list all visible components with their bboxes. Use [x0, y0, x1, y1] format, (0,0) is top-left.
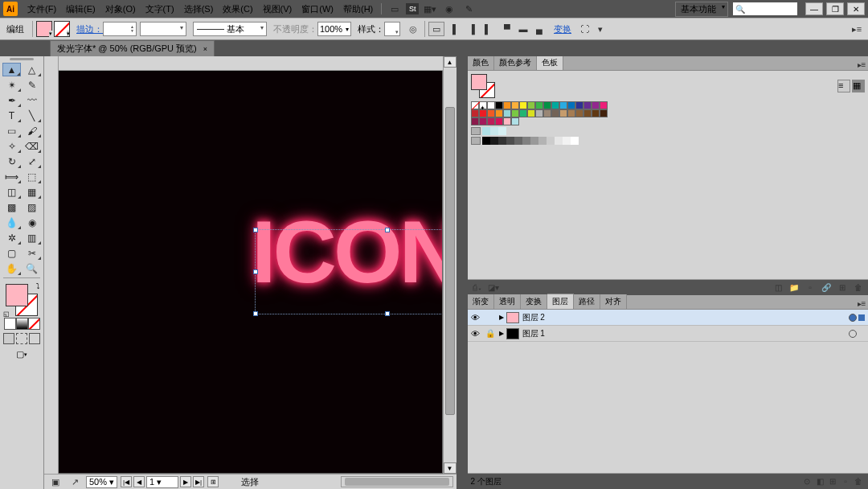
transform-link[interactable]: 变换: [554, 23, 571, 35]
panel-menu-icon[interactable]: ▸≡: [855, 59, 868, 70]
swatch-cell[interactable]: [551, 109, 559, 117]
swatch-cell[interactable]: [559, 101, 567, 109]
first-artboard-button[interactable]: |◀: [121, 476, 132, 487]
selection-bounding-box[interactable]: [255, 229, 443, 314]
lock-toggle-icon[interactable]: 🔒: [484, 329, 497, 338]
vertical-scrollbar[interactable]: ▲ ▼: [443, 56, 457, 474]
menu-file[interactable]: 文件(F): [23, 2, 61, 17]
feedback-icon[interactable]: ✎: [461, 2, 477, 15]
options-menu-icon[interactable]: ▸≡: [849, 22, 865, 36]
close-tab-icon[interactable]: ×: [203, 45, 207, 53]
swatch-cell[interactable]: [538, 137, 547, 145]
target-icon[interactable]: [849, 314, 857, 322]
folder-icon[interactable]: [471, 127, 481, 135]
resize-handle[interactable]: [253, 269, 258, 274]
swatch-cell[interactable]: [522, 137, 530, 145]
swatch-cell[interactable]: [575, 101, 583, 109]
selection-tool-icon[interactable]: ▲: [2, 63, 21, 76]
line-tool-icon[interactable]: ╲: [23, 109, 41, 122]
status-icon2[interactable]: ↗: [67, 475, 83, 489]
horizontal-ruler[interactable]: [59, 56, 443, 71]
folder-icon[interactable]: [471, 137, 481, 145]
screen-mode-icon[interactable]: ▢▾: [13, 347, 31, 361]
swatch-cell[interactable]: [511, 109, 519, 117]
artboard-nav-icon[interactable]: ⊞: [207, 476, 219, 487]
menu-type[interactable]: 文字(T): [141, 2, 179, 17]
menu-effect[interactable]: 效果(C): [218, 2, 257, 17]
swatch-cell[interactable]: [503, 117, 511, 125]
swatch-cell[interactable]: [571, 137, 579, 145]
clip-mask-icon[interactable]: ◧: [813, 476, 826, 487]
symbol-spray-tool-icon[interactable]: ✲: [2, 231, 21, 244]
stroke-swatch[interactable]: ▾: [54, 21, 70, 37]
zoom-tool-icon[interactable]: 🔍: [23, 261, 41, 275]
new-sublayer-icon[interactable]: ⊞: [826, 476, 839, 487]
visibility-toggle-icon[interactable]: 👁: [468, 313, 484, 323]
curvature-tool-icon[interactable]: 〰: [23, 93, 41, 107]
perspective-tool-icon[interactable]: ▦: [23, 185, 41, 199]
arrange-docs-icon[interactable]: ▦▾: [422, 2, 438, 15]
swatch-cell[interactable]: [583, 109, 592, 117]
swap-colors-icon[interactable]: ⤵: [36, 282, 40, 290]
panel-tab-align[interactable]: 对齐: [600, 294, 627, 309]
resize-handle[interactable]: [385, 311, 390, 316]
align-right-icon[interactable]: ▌: [480, 22, 496, 36]
artboard-tool-icon[interactable]: ▢: [2, 246, 21, 260]
swatch-cell[interactable]: [479, 109, 487, 117]
target-icon[interactable]: [849, 330, 857, 338]
swatch-cell[interactable]: [519, 109, 527, 117]
panel-tab-color-guide[interactable]: 颜色参考: [494, 56, 537, 70]
canvas[interactable]: ICON: [59, 71, 443, 474]
stroke-width-profile-dropdown[interactable]: [140, 22, 186, 36]
swatch-library-icon[interactable]: ⎙▾: [471, 282, 484, 294]
shape-builder-tool-icon[interactable]: ◫: [2, 185, 21, 199]
draw-behind-icon[interactable]: [16, 333, 27, 344]
document-tab[interactable]: 发光字体* @ 50% (RGB/GPU 预览) ×: [50, 40, 215, 56]
artboard-number-input[interactable]: 1 ▾: [146, 476, 178, 488]
brush-tool-icon[interactable]: 🖌: [23, 124, 41, 138]
isolate-icon[interactable]: ⛶: [576, 22, 592, 36]
swatch-options-icon[interactable]: ◫: [772, 282, 784, 294]
panel-tab-swatches[interactable]: 色板: [537, 56, 563, 70]
brush-dropdown[interactable]: 基本: [193, 22, 267, 36]
swatch-cell[interactable]: [490, 137, 498, 145]
style-swatch[interactable]: [384, 22, 400, 36]
eraser-tool-icon[interactable]: ⌫: [23, 139, 41, 153]
swatch-cell[interactable]: [519, 101, 527, 109]
swatch-cell[interactable]: [530, 137, 538, 145]
locate-object-icon[interactable]: ⊙: [800, 476, 813, 487]
swatch-cell[interactable]: [600, 109, 608, 117]
swatch-cell[interactable]: [563, 137, 571, 145]
swatch-cell[interactable]: [547, 137, 555, 145]
swatch-cell[interactable]: [482, 137, 490, 145]
delete-layer-icon[interactable]: 🗑: [852, 476, 865, 487]
zoom-dropdown[interactable]: 50% ▾: [86, 476, 117, 488]
last-artboard-button[interactable]: ▶|: [193, 476, 204, 487]
new-swatch2-icon[interactable]: ⊞: [836, 282, 849, 294]
layer-row[interactable]: 👁▶图层 2: [468, 310, 869, 326]
graph-tool-icon[interactable]: ▥: [23, 231, 41, 244]
opacity-input[interactable]: 100%▾: [317, 22, 351, 36]
magic-wand-tool-icon[interactable]: ✴: [2, 78, 21, 92]
swatch-grid-view-icon[interactable]: ▦: [852, 80, 865, 92]
draw-normal-icon[interactable]: [3, 333, 14, 344]
swatch-cell[interactable]: [495, 101, 503, 109]
menu-help[interactable]: 帮助(H): [338, 2, 378, 17]
default-colors-icon[interactable]: ◱: [3, 310, 10, 318]
swatch-cell[interactable]: [535, 101, 543, 109]
panel-tab-paths[interactable]: 路径: [574, 294, 600, 309]
bridge-icon[interactable]: ▭: [387, 2, 403, 15]
swatch-list-view-icon[interactable]: ≡: [837, 80, 850, 92]
width-tool-icon[interactable]: ⟾: [2, 170, 21, 183]
swatch-fillstroke-icon[interactable]: [471, 74, 495, 98]
gradient-tool-icon[interactable]: ▨: [23, 200, 41, 214]
draw-inside-icon[interactable]: [29, 333, 40, 344]
swatch-cell[interactable]: [514, 137, 522, 145]
panel-tab-transform[interactable]: 变换: [521, 294, 547, 309]
swatch-cell[interactable]: [495, 117, 503, 125]
resize-handle[interactable]: [385, 228, 390, 232]
mesh-tool-icon[interactable]: ▩: [2, 200, 21, 214]
swatch-cell[interactable]: [527, 101, 535, 109]
swatch-cell[interactable]: [559, 109, 567, 117]
maximize-button[interactable]: ❐: [826, 2, 844, 15]
